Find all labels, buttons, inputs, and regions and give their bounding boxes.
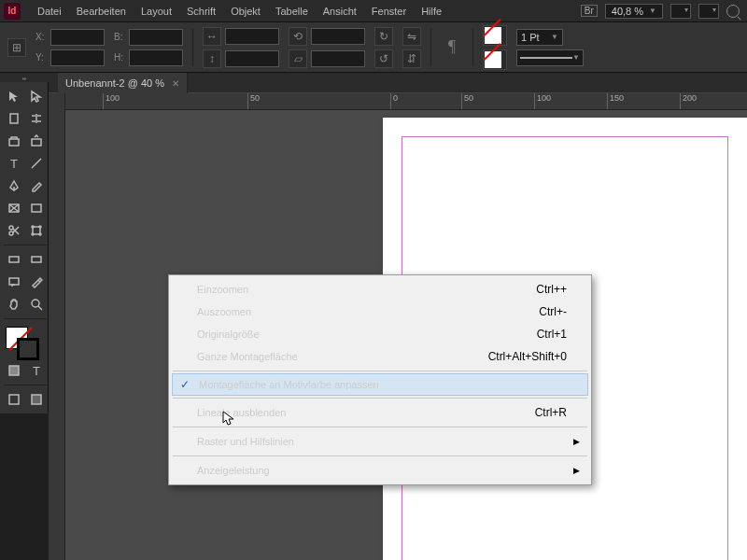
- rotate-cw-icon[interactable]: ↻: [374, 27, 393, 46]
- svg-rect-2: [32, 139, 41, 146]
- h-field[interactable]: [129, 49, 183, 66]
- zoom-level[interactable]: 40,8 % ▼: [605, 4, 663, 19]
- menu-window[interactable]: Fenster: [364, 2, 414, 21]
- context-menu: Einzoomen Ctrl++ Auszoomen Ctrl+- Origin…: [168, 274, 592, 485]
- gap-tool-icon[interactable]: [26, 108, 47, 129]
- tab-title: Unbenannt-2 @ 40 %: [65, 77, 164, 89]
- scale-x-icon[interactable]: ↔: [203, 27, 221, 46]
- svg-rect-13: [32, 257, 41, 262]
- reference-point[interactable]: ⊞: [7, 38, 26, 57]
- scale-y-field[interactable]: [225, 50, 279, 67]
- rotate-ccw-icon[interactable]: ↺: [374, 49, 393, 68]
- close-icon[interactable]: ✕: [172, 78, 179, 89]
- w-field[interactable]: [129, 29, 183, 46]
- svg-rect-18: [32, 395, 41, 404]
- app-icon: Id: [4, 3, 21, 20]
- pen-tool-icon[interactable]: [4, 175, 24, 196]
- rotate-icon[interactable]: ⟲: [289, 27, 307, 46]
- separator: [173, 427, 587, 427]
- chevron-down-icon: ▼: [649, 7, 656, 15]
- stroke-swatch[interactable]: [483, 49, 507, 70]
- zoom-tool-icon[interactable]: [26, 294, 47, 315]
- fill-swatch[interactable]: [483, 25, 507, 46]
- bridge-icon[interactable]: Br: [581, 5, 598, 17]
- line-tool-icon[interactable]: [26, 153, 47, 174]
- hand-tool-icon[interactable]: [4, 294, 24, 315]
- svg-point-5: [9, 226, 13, 230]
- screen-mode-dropdown[interactable]: [670, 4, 691, 19]
- toolpanel-toggle[interactable]: [0, 73, 49, 82]
- stroke-weight-field[interactable]: 1 Pt▼: [516, 29, 563, 46]
- rectangle-tool-icon[interactable]: [26, 198, 47, 218]
- content-placer-icon[interactable]: [26, 131, 47, 151]
- rectangle-frame-tool-icon[interactable]: [4, 198, 24, 218]
- svg-rect-1: [9, 139, 19, 146]
- search-icon[interactable]: [726, 5, 740, 18]
- free-transform-tool-icon[interactable]: [26, 220, 47, 241]
- menu-view[interactable]: Ansicht: [316, 2, 364, 21]
- page-tool-icon[interactable]: [4, 108, 24, 129]
- menu-type[interactable]: Schrift: [179, 2, 223, 21]
- svg-point-8: [32, 226, 34, 228]
- selection-tool-icon[interactable]: [4, 86, 24, 106]
- menu-object[interactable]: Objekt: [223, 2, 268, 21]
- shear-icon[interactable]: ▱: [289, 49, 307, 68]
- direct-selection-tool-icon[interactable]: [26, 86, 47, 106]
- rotate-field[interactable]: [311, 28, 365, 45]
- menu-help[interactable]: Hilfe: [414, 2, 449, 21]
- ctx-match-pasteboard-theme[interactable]: ✓ Montagefläche an Motivfarbe anpassen: [172, 373, 588, 396]
- content-collector-icon[interactable]: [4, 131, 24, 151]
- control-bar: ⊞ X: Y: B: H: ↔ ↕ ⟲ ▱ ↻ ↺ ⇋ ⇵ ¶ 1 Pt▼ ▼: [0, 22, 747, 73]
- svg-point-10: [32, 233, 34, 235]
- stroke-style-field[interactable]: ▼: [516, 49, 584, 66]
- gradient-swatch-tool-icon[interactable]: [4, 249, 24, 270]
- y-label: Y:: [35, 52, 47, 63]
- formatting-text-icon[interactable]: T: [26, 360, 47, 381]
- normal-view-icon[interactable]: [4, 389, 24, 410]
- horizontal-ruler[interactable]: 100 50 0 50 100 150 200: [65, 93, 747, 110]
- ctx-zoom-in[interactable]: Einzoomen Ctrl++: [171, 278, 589, 301]
- svg-rect-4: [32, 204, 41, 212]
- shear-field[interactable]: [311, 50, 365, 67]
- stroke-color-icon[interactable]: [17, 338, 39, 360]
- flip-h-icon[interactable]: ⇋: [402, 27, 421, 46]
- ctx-entire-pasteboard[interactable]: Ganze Montagefläche Ctrl+Alt+Shift+0: [171, 345, 589, 368]
- document-tab-bar: Unbenannt-2 @ 40 % ✕: [49, 73, 747, 93]
- gradient-feather-tool-icon[interactable]: [26, 249, 47, 270]
- document-tab[interactable]: Unbenannt-2 @ 40 % ✕: [58, 73, 188, 93]
- menu-layout[interactable]: Layout: [134, 2, 179, 21]
- eyedropper-tool-icon[interactable]: [26, 272, 47, 292]
- svg-rect-14: [9, 278, 19, 285]
- flip-v-icon[interactable]: ⇵: [402, 49, 421, 68]
- ctx-hide-rulers[interactable]: Lineale ausblenden Ctrl+R: [171, 401, 589, 424]
- scale-y-icon[interactable]: ↕: [203, 49, 221, 68]
- chevron-right-icon: ▶: [573, 437, 580, 446]
- ctx-display-performance[interactable]: Anzeigeleistung ▶: [171, 459, 589, 482]
- arrange-dropdown[interactable]: [698, 4, 719, 19]
- svg-rect-16: [9, 366, 19, 375]
- menu-edit[interactable]: Bearbeiten: [69, 2, 134, 21]
- scissors-tool-icon[interactable]: [4, 220, 24, 241]
- ctx-zoom-out[interactable]: Auszoomen Ctrl+-: [171, 301, 589, 323]
- vertical-ruler[interactable]: [49, 93, 65, 560]
- formatting-container-icon[interactable]: [4, 360, 24, 381]
- svg-rect-17: [9, 395, 19, 404]
- separator: [173, 371, 587, 371]
- paragraph-icon[interactable]: ¶: [441, 36, 463, 59]
- fill-stroke-swatches[interactable]: [4, 325, 47, 358]
- ctx-actual-size[interactable]: Originalgröße Ctrl+1: [171, 323, 589, 345]
- h-label: H:: [114, 52, 125, 63]
- y-field[interactable]: [50, 49, 105, 66]
- scale-x-field[interactable]: [225, 28, 279, 45]
- chevron-right-icon: ▶: [573, 466, 580, 475]
- menu-table[interactable]: Tabelle: [268, 2, 316, 21]
- preview-mode-icon[interactable]: [26, 389, 47, 410]
- ctx-grids-guides[interactable]: Raster und Hilfslinien ▶: [171, 430, 589, 453]
- x-field[interactable]: [50, 29, 105, 46]
- menu-file[interactable]: Datei: [30, 2, 69, 21]
- pencil-tool-icon[interactable]: [26, 175, 47, 196]
- note-tool-icon[interactable]: [4, 272, 24, 292]
- svg-rect-0: [10, 114, 18, 123]
- x-label: X:: [35, 32, 47, 42]
- type-tool-icon[interactable]: T: [4, 153, 24, 174]
